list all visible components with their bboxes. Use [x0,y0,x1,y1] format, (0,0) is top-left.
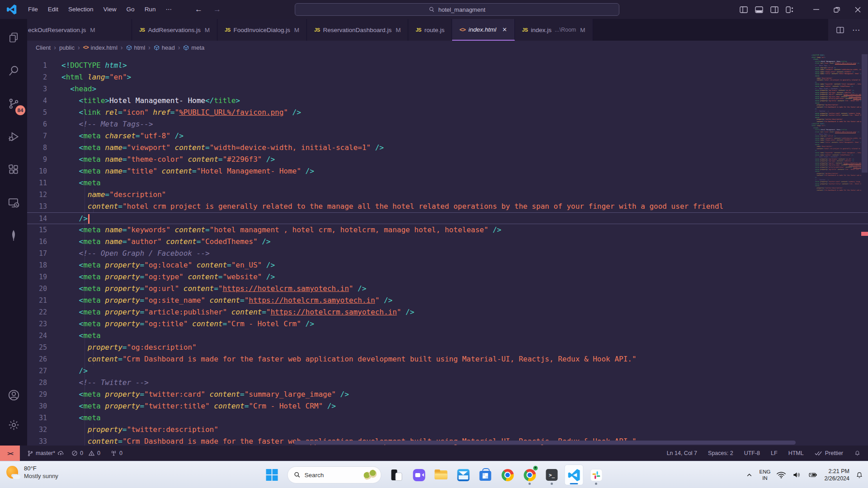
code-line-22[interactable]: 22 <meta property="article:publisher" co… [27,306,868,318]
code-line-24[interactable]: 24 <meta [27,330,868,342]
minimize-button[interactable] [806,0,826,19]
mongodb-icon[interactable] [3,225,24,246]
code-line-23[interactable]: 23 <meta property="og:title" content="Cr… [27,318,868,330]
code-line-1[interactable]: 1<!DOCTYPE html> [27,60,868,71]
code-line-12[interactable]: 12 name="description" [27,189,868,201]
code-line-20[interactable]: 20 <meta property="og:url" content="http… [27,283,868,295]
settings-gear-icon[interactable] [3,414,24,436]
file-explorer-icon[interactable] [432,465,451,485]
indentation[interactable]: Spaces: 2 [708,450,733,456]
scrollbar-thumb[interactable] [862,54,868,173]
code-line-30[interactable]: 30 <meta property="twitter:title" conten… [27,400,868,412]
close-button[interactable] [847,0,868,19]
toggle-secondary-sidebar-icon[interactable] [770,6,778,13]
menu-view[interactable]: View [99,0,122,19]
code-line-8[interactable]: 8 <meta name="viewport" content="width=d… [27,142,868,154]
explorer-icon[interactable] [3,27,24,48]
slack-icon[interactable] [587,465,606,485]
code-line-14[interactable]: 14 /> [27,212,868,224]
menu-selection[interactable]: Selection [63,0,99,19]
code-line-18[interactable]: 18 <meta property="og:locale" content="e… [27,259,868,271]
customize-layout-icon[interactable] [786,6,794,13]
run-debug-icon[interactable] [3,126,24,147]
code-line-11[interactable]: 11 <meta [27,177,868,189]
eol-sequence[interactable]: LF [771,450,778,456]
cursor-position[interactable]: Ln 14, Col 7 [667,450,697,456]
code-editor[interactable]: 1<!DOCTYPE html>2<html lang="en">3 <head… [27,54,868,446]
command-center-search[interactable]: hotel_managment [295,3,619,16]
tab-index.js[interactable]: JSindex.js...\RoomM [515,19,593,41]
code-line-21[interactable]: 21 <meta property="og:site_name" content… [27,295,868,306]
more-actions-icon[interactable]: ⋯ [852,25,860,35]
language-mode[interactable]: HTML [788,450,804,456]
weather-widget[interactable]: 80°F Mostly sunny [5,465,58,480]
menu-go[interactable]: Go [122,0,140,19]
remote-indicator[interactable]: >< [0,446,20,461]
git-branch-item[interactable]: master* [27,450,64,457]
tab-eckoutreservation.js[interactable]: eckOutReservation.jsM [27,19,132,41]
formatter-item[interactable]: Prettier [815,450,843,456]
accounts-icon[interactable] [3,384,24,406]
menu-file[interactable]: File [23,0,43,19]
tab-foodinvoicedialog.js[interactable]: JSFoodInvoiceDialog.jsM [217,19,307,41]
notifications-bell-icon[interactable] [854,450,861,457]
taskbar-search[interactable]: Search [288,466,382,483]
menu-edit[interactable]: Edit [43,0,63,19]
back-arrow-icon[interactable]: ← [195,5,203,14]
tab-addreservations.js[interactable]: JSAddReservations.jsM [132,19,217,41]
volume-icon[interactable] [792,470,802,479]
code-line-9[interactable]: 9 <meta name="theme-color" content="#229… [27,154,868,165]
tab-reservationdashboard.js[interactable]: JSReservationDashboard.jsM [307,19,408,41]
code-line-27[interactable]: 27 /> [27,365,868,377]
code-line-7[interactable]: 7 <meta charset="utf-8" /> [27,130,868,142]
code-line-25[interactable]: 25 property="og:description" [27,342,868,353]
breadcrumb-head[interactable]: head [154,44,175,51]
battery-charging-icon[interactable] [807,470,818,479]
tab-index.html[interactable]: <>index.html✕ [452,19,515,41]
encoding[interactable]: UTF-8 [744,450,760,456]
forward-arrow-icon[interactable]: → [213,5,221,14]
video-meeting-app-icon[interactable] [410,465,429,485]
extensions-icon[interactable] [3,159,24,180]
microsoft-store-icon[interactable] [476,465,495,485]
source-control-icon[interactable]: 84 [3,93,24,114]
search-icon[interactable] [3,60,24,81]
menu-more[interactable]: ⋯ [160,0,177,19]
code-line-17[interactable]: 17 <!-- Open Graph / Facebook --> [27,248,868,259]
code-line-32[interactable]: 32 property="twitter:description" [27,424,868,436]
code-line-4[interactable]: 4 <title>Hotel Management- Home</title> [27,95,868,107]
code-line-10[interactable]: 10 <meta name="title" content="Hotel Man… [27,165,868,177]
split-editor-icon[interactable] [836,27,844,33]
problems-item[interactable]: 0 0 [71,450,100,456]
restore-button[interactable] [826,0,847,19]
mail-app-icon[interactable] [454,465,473,485]
tab-route.js[interactable]: JSroute.js [408,19,452,41]
horizontal-scrollbar[interactable] [294,441,796,445]
vscode-taskbar-icon[interactable] [565,465,584,485]
vertical-scrollbar[interactable] [861,54,868,446]
toggle-panel-icon[interactable] [755,6,763,13]
terminal-icon[interactable]: >_ [542,465,561,485]
code-line-2[interactable]: 2<html lang="en"> [27,71,868,83]
code-line-31[interactable]: 31 <meta [27,412,868,424]
code-line-26[interactable]: 26 content="Crm Dashboard is made for th… [27,353,868,365]
code-line-5[interactable]: 5 <link rel="icon" href="%PUBLIC_URL%/fa… [27,107,868,118]
code-line-29[interactable]: 29 <meta property="twitter:card" content… [27,389,868,400]
breadcrumb-html[interactable]: html [126,44,146,51]
code-line-15[interactable]: 15 <meta name="keywords" content="hotel … [27,224,868,236]
code-line-28[interactable]: 28 <!-- Twitter --> [27,377,868,389]
code-line-6[interactable]: 6 <!-- Meta Tags--> [27,118,868,130]
code-line-19[interactable]: 19 <meta property="og:type" content="web… [27,271,868,283]
breadcrumb-client[interactable]: Client [36,44,51,51]
wifi-icon[interactable] [776,470,786,479]
language-indicator[interactable]: ENG IN [759,469,770,482]
ports-item[interactable]: 0 [110,450,123,456]
close-tab-icon[interactable]: ✕ [502,26,507,33]
breadcrumb-meta[interactable]: meta [183,44,204,51]
menu-run[interactable]: Run [140,0,161,19]
breadcrumb-public[interactable]: public [59,44,75,51]
tray-bell-icon[interactable] [855,471,863,479]
chrome-icon[interactable] [498,465,517,485]
tray-chevron-up-icon[interactable] [745,471,753,479]
code-line-16[interactable]: 16 <meta name="author" content="CodedThe… [27,236,868,248]
